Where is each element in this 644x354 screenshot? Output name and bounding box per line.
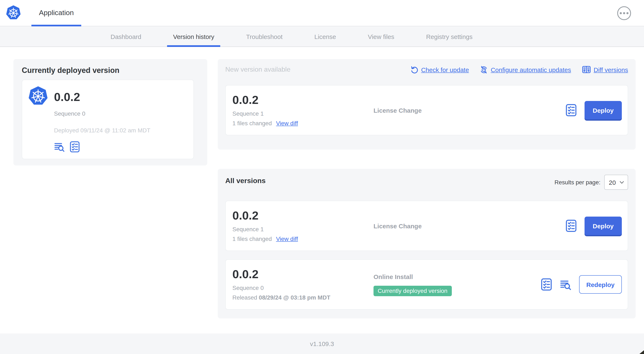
clock-refresh-icon [480,66,488,74]
check-for-update-link[interactable]: Check for update [410,66,469,74]
results-per-page-label: Results per page: [554,179,600,186]
tab-registry-settings[interactable]: Registry settings [420,27,478,47]
files-changed-label: 1 files changed [232,236,272,242]
preflight-checklist-icon[interactable] [565,219,578,232]
version-source-label: License Change [374,222,565,229]
currently-deployed-panel: Currently deployed version 0.0.2 Seq [14,59,207,165]
view-diff-link[interactable]: View diff [276,236,298,242]
all-versions-heading: All versions [225,177,266,185]
tab-dashboard[interactable]: Dashboard [105,27,147,47]
cursor-artifact [640,350,644,354]
refresh-icon [410,66,418,74]
version-source-label: License Change [374,107,565,114]
sequence-label: Sequence 1 [232,226,374,233]
sequence-label: Sequence 0 [232,285,374,291]
active-app-underline [32,25,81,26]
preflight-checklist-icon[interactable] [540,278,553,291]
current-sequence-label: Sequence 0 [54,110,150,117]
sequence-label: Sequence 1 [232,110,374,117]
app-tab-application[interactable]: Application [32,0,81,26]
app-title: Application [39,9,74,17]
results-per-page-select[interactable]: 20 [604,175,628,190]
more-options-button[interactable] [617,6,631,20]
kots-admin-console: Application Dashboard Version history Tr… [0,0,644,354]
tab-view-files[interactable]: View files [362,27,400,47]
version-label: 0.0.2 [232,94,374,107]
diff-columns-icon [582,65,590,74]
kubernetes-logo-icon [6,5,21,21]
deploy-button[interactable]: Deploy [584,101,622,119]
version-row: 0.0.2 Sequence 1 1 files changed View di… [225,201,628,251]
files-changed-label: 1 files changed [232,120,272,127]
app-subnav: Dashboard Version history Troubleshoot L… [0,27,644,47]
new-version-heading: New version available [225,66,290,73]
current-version-label: 0.0.2 [54,91,150,104]
redeploy-button[interactable]: Redeploy [579,275,622,294]
kubernetes-app-icon [28,86,48,107]
released-timestamp: Released 08/29/24 @ 03:18 pm MDT [232,294,374,301]
version-label: 0.0.2 [232,209,374,222]
version-row: 0.0.2 Sequence 0 Released 08/29/24 @ 03:… [225,259,628,309]
tab-troubleshoot[interactable]: Troubleshoot [240,27,288,47]
configure-automatic-updates-link[interactable]: Configure automatic updates [480,66,571,74]
deploy-button[interactable]: Deploy [584,217,622,235]
currently-deployed-heading: Currently deployed version [22,66,119,75]
currently-deployed-card: 0.0.2 Sequence 0 Deployed 09/11/24 @ 11:… [22,80,194,159]
view-diff-link[interactable]: View diff [276,120,298,127]
preflight-checklist-icon[interactable] [565,104,578,117]
new-version-panel: New version available Check for update [218,59,636,150]
preflight-checklist-icon[interactable] [69,141,80,153]
chevron-down-icon [620,181,624,184]
new-version-card: 0.0.2 Sequence 1 1 files changed View di… [225,85,628,135]
tab-license[interactable]: License [308,27,342,47]
top-header: Application [0,0,644,26]
deploy-logs-icon[interactable] [560,278,572,290]
page-footer: v1.109.3 [0,333,644,354]
version-source-label: Online Install [374,273,540,280]
deploy-logs-icon[interactable] [54,141,65,153]
console-version-label: v1.109.3 [310,340,334,347]
ellipsis-icon [620,12,622,14]
current-deployed-timestamp: Deployed 09/11/24 @ 11:02 am MDT [54,127,150,134]
tab-version-history[interactable]: Version history [167,27,220,47]
all-versions-panel: All versions Results per page: 20 0.0.2 … [218,169,636,318]
version-label: 0.0.2 [232,268,374,281]
diff-versions-link[interactable]: Diff versions [582,65,628,74]
currently-deployed-badge: Currently deployed version [374,285,452,296]
